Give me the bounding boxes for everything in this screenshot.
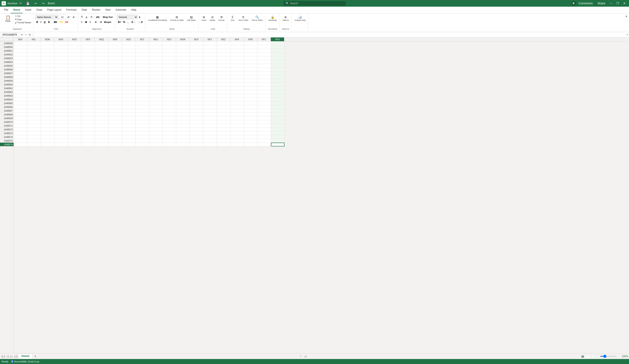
cell-XEO-1048555[interactable] bbox=[68, 64, 81, 68]
corner-cell[interactable] bbox=[0, 37, 13, 41]
cell-XEQ-1048573[interactable] bbox=[95, 131, 109, 135]
cell-XFD-1048564[interactable] bbox=[271, 98, 285, 101]
cell-XEW-1048562[interactable] bbox=[176, 90, 190, 94]
cell-XEM-1048555[interactable] bbox=[41, 64, 54, 68]
tab-page-layout[interactable]: Page Layout bbox=[45, 7, 64, 13]
bold-button[interactable]: B bbox=[35, 20, 39, 24]
cell-XEP-1048553[interactable] bbox=[81, 56, 95, 60]
cell-XEZ-1048554[interactable] bbox=[217, 60, 230, 64]
cell-XFC-1048571[interactable] bbox=[257, 124, 271, 128]
cell-XEY-1048572[interactable] bbox=[203, 128, 217, 131]
row-num-1048575[interactable]: 1048575 bbox=[0, 139, 13, 143]
cell-XEW-1048556[interactable] bbox=[176, 68, 190, 71]
cell-XFB-1048563[interactable] bbox=[244, 94, 257, 98]
cell-XEW-1048558[interactable] bbox=[176, 75, 190, 79]
cell-XEZ-1048561[interactable] bbox=[217, 86, 230, 90]
cell-XER-1048568[interactable] bbox=[109, 113, 122, 117]
cell-XFB-1048552[interactable] bbox=[244, 53, 257, 56]
cell-XEP-1048570[interactable] bbox=[81, 120, 95, 124]
cell-XFA-1048550[interactable] bbox=[230, 45, 244, 49]
cell-XEM-1048559[interactable] bbox=[41, 79, 54, 83]
cell-XEV-1048576[interactable] bbox=[163, 143, 176, 146]
strikethrough-button[interactable]: S bbox=[47, 20, 51, 24]
cell-XET-1048575[interactable] bbox=[136, 139, 149, 143]
cell-XEO-1048571[interactable] bbox=[68, 124, 81, 128]
row-num-1048552[interactable]: 1048552 bbox=[0, 53, 13, 56]
row-num-1048566[interactable]: 1048566 bbox=[0, 105, 13, 109]
cell-XEZ-1048574[interactable] bbox=[217, 135, 230, 139]
cell-XET-1048557[interactable] bbox=[136, 71, 149, 75]
tab-view[interactable]: View bbox=[103, 7, 113, 13]
cell-XEO-1048553[interactable] bbox=[68, 56, 81, 60]
cut-button[interactable]: ✂ Cut bbox=[14, 15, 32, 17]
merge-center-button[interactable]: Merge▾ bbox=[103, 20, 112, 24]
cell-XEO-1048559[interactable] bbox=[68, 79, 81, 83]
cell-XFD-1048576[interactable] bbox=[271, 143, 285, 146]
cell-XFC-1048570[interactable] bbox=[257, 120, 271, 124]
cell-XEU-1048559[interactable] bbox=[149, 79, 163, 83]
cell-XEU-1048561[interactable] bbox=[149, 86, 163, 90]
cell-XEQ-1048572[interactable] bbox=[95, 128, 109, 131]
cell-XEL-1048565[interactable] bbox=[27, 101, 41, 105]
cell-XER-1048558[interactable] bbox=[109, 75, 122, 79]
cell-XFC-1048555[interactable] bbox=[257, 64, 271, 68]
cell-XEW-1048563[interactable] bbox=[176, 94, 190, 98]
cell-XEY-1048565[interactable] bbox=[203, 101, 217, 105]
cell-XFB-1048562[interactable] bbox=[244, 90, 257, 94]
cell-XFB-1048555[interactable] bbox=[244, 64, 257, 68]
row-num-1048559[interactable]: 1048559 bbox=[0, 79, 13, 83]
cell-XES-1048570[interactable] bbox=[122, 120, 136, 124]
cell-XFB-1048556[interactable] bbox=[244, 68, 257, 71]
cell-XFB-1048565[interactable] bbox=[244, 101, 257, 105]
row-num-1048567[interactable]: 1048567 bbox=[0, 109, 13, 113]
cell-XEO-1048565[interactable] bbox=[68, 101, 81, 105]
cell-XER-1048560[interactable] bbox=[109, 83, 122, 86]
cell-XEK-1048550[interactable] bbox=[14, 45, 27, 49]
row-num-1048551[interactable]: 1048551 bbox=[0, 49, 13, 53]
percent-button[interactable]: % bbox=[122, 20, 127, 24]
cell-XET-1048556[interactable] bbox=[136, 68, 149, 71]
cell-XEU-1048552[interactable] bbox=[149, 53, 163, 56]
cell-XFB-1048575[interactable] bbox=[244, 139, 257, 143]
cell-XEM-1048564[interactable] bbox=[41, 98, 54, 101]
cell-XEL-1048574[interactable] bbox=[27, 135, 41, 139]
cell-XFA-1048564[interactable] bbox=[230, 98, 244, 101]
cell-XEN-1048567[interactable] bbox=[54, 109, 68, 113]
cell-XEY-1048568[interactable] bbox=[203, 113, 217, 117]
col-header-XFB[interactable]: XFB bbox=[244, 37, 257, 41]
cell-XEW-1048564[interactable] bbox=[176, 98, 190, 101]
cell-XEM-1048572[interactable] bbox=[41, 128, 54, 131]
cell-XEM-1048567[interactable] bbox=[41, 109, 54, 113]
cell-XEK-1048569[interactable] bbox=[14, 117, 27, 120]
cell-XER-1048576[interactable] bbox=[109, 143, 122, 146]
cell-XEL-1048564[interactable] bbox=[27, 98, 41, 101]
cell-XFD-1048558[interactable] bbox=[271, 75, 285, 79]
cell-XEQ-1048564[interactable] bbox=[95, 98, 109, 101]
wrap-text-button[interactable]: Wrap Text bbox=[102, 15, 114, 19]
cell-XEO-1048562[interactable] bbox=[68, 90, 81, 94]
cell-XEP-1048571[interactable] bbox=[81, 124, 95, 128]
cell-XEQ-1048563[interactable] bbox=[95, 94, 109, 98]
zoom-out-button[interactable]: − bbox=[596, 354, 599, 358]
cell-XEX-1048561[interactable] bbox=[190, 86, 203, 90]
cell-XFA-1048561[interactable] bbox=[230, 86, 244, 90]
autosave-state[interactable]: Off bbox=[18, 2, 23, 5]
cell-XET-1048560[interactable] bbox=[136, 83, 149, 86]
cell-XEU-1048567[interactable] bbox=[149, 109, 163, 113]
cell-XEV-1048551[interactable] bbox=[163, 49, 176, 53]
sort-filter-button[interactable]: ⇅ Sort & Filter bbox=[237, 15, 250, 22]
cell-XEU-1048563[interactable] bbox=[149, 94, 163, 98]
cell-XEW-1048559[interactable] bbox=[176, 79, 190, 83]
cell-XES-1048567[interactable] bbox=[122, 109, 136, 113]
cell-XEU-1048565[interactable] bbox=[149, 101, 163, 105]
cell-XES-1048569[interactable] bbox=[122, 117, 136, 120]
cell-XFB-1048549[interactable] bbox=[244, 41, 257, 45]
increase-indent-button[interactable]: ⇥ bbox=[99, 20, 103, 24]
number-format-expand[interactable]: ▾ bbox=[138, 15, 141, 19]
cell-XFD-1048572[interactable] bbox=[271, 128, 285, 131]
cell-XEX-1048573[interactable] bbox=[190, 131, 203, 135]
cell-XEP-1048555[interactable] bbox=[81, 64, 95, 68]
cell-XEQ-1048557[interactable] bbox=[95, 71, 109, 75]
formula-input[interactable] bbox=[35, 33, 626, 36]
row-num-1048564[interactable]: 1048564 bbox=[0, 98, 13, 101]
